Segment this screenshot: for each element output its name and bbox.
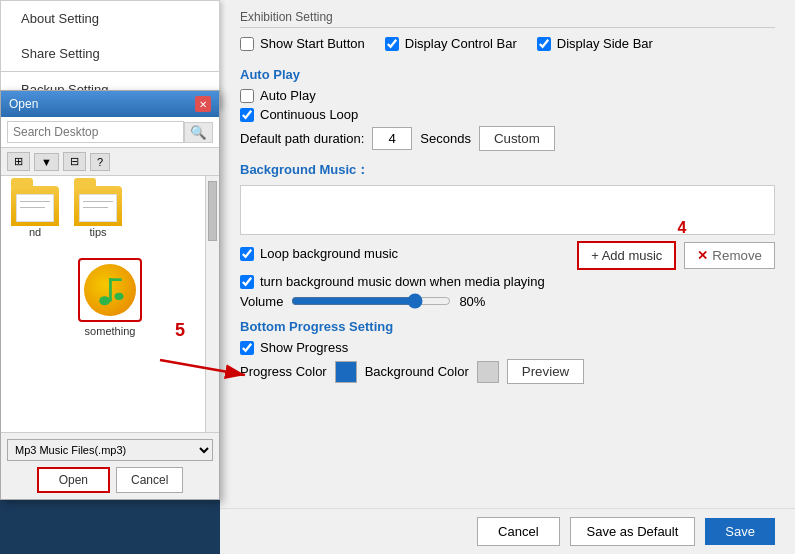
show-progress-label: Show Progress (260, 340, 348, 355)
save-as-default-button[interactable]: Save as Default (570, 517, 696, 546)
folder-label: nd (29, 226, 41, 238)
svg-rect-3 (109, 278, 122, 281)
dialog-title: Open (9, 97, 38, 111)
list-item[interactable]: nd (11, 186, 59, 238)
menu-item-share[interactable]: Share Setting (1, 36, 219, 71)
display-side-bar-label: Display Side Bar (557, 36, 653, 51)
remove-x-icon: ✕ (697, 248, 708, 263)
duration-row: Default path duration: Seconds Custom (240, 126, 775, 151)
loop-bg-music-row: Loop background music (240, 246, 398, 261)
view-dropdown-button[interactable]: ▼ (34, 153, 59, 171)
music-icon (84, 264, 136, 316)
music-list-box[interactable] (240, 185, 775, 235)
loop-bg-music-label: Loop background music (260, 246, 398, 261)
bg-color-swatch[interactable] (477, 361, 499, 383)
duration-unit: Seconds (420, 131, 471, 146)
progress-color-label: Progress Color (240, 364, 327, 379)
show-progress-checkbox[interactable] (240, 341, 254, 355)
continuous-loop-row: Continuous Loop (240, 107, 775, 122)
duration-input[interactable] (372, 127, 412, 150)
autoplay-section: Auto Play Auto Play Continuous Loop Defa… (240, 67, 775, 151)
duration-label: Default path duration: (240, 131, 364, 146)
folder-paper (16, 194, 54, 222)
volume-slider[interactable] (291, 293, 451, 309)
bottom-progress-section: Bottom Progress Setting Show Progress Pr… (240, 319, 775, 384)
progress-section-header: Bottom Progress Setting (240, 319, 775, 334)
help-button[interactable]: ? (90, 153, 110, 171)
view-toggle-button[interactable]: ⊞ (7, 152, 30, 171)
progress-color-swatch[interactable] (335, 361, 357, 383)
continuous-loop-checkbox[interactable] (240, 108, 254, 122)
dialog-footer: Mp3 Music Files(.mp3) Open Cancel (1, 432, 219, 499)
menu-item-about[interactable]: About Setting (1, 1, 219, 36)
dialog-toolbar: ⊞ ▼ ⊟ ? (1, 148, 219, 176)
dialog-action-buttons: Open Cancel (7, 467, 213, 493)
save-button[interactable]: Save (705, 518, 775, 545)
display-control-bar-checkbox[interactable] (385, 37, 399, 51)
continuous-loop-label: Continuous Loop (260, 107, 358, 122)
file-type-select[interactable]: Mp3 Music Files(.mp3) (7, 439, 213, 461)
remove-button[interactable]: ✕ Remove (684, 242, 775, 269)
file-open-dialog: Open ✕ 🔍 ⊞ ▼ ⊟ ? nd (0, 90, 220, 500)
bg-color-label: Background Color (365, 364, 469, 379)
show-start-button-label: Show Start Button (260, 36, 365, 51)
turn-down-checkbox[interactable] (240, 275, 254, 289)
music-file-icon (78, 258, 142, 322)
search-button[interactable]: 🔍 (184, 122, 213, 143)
autoplay-checkbox[interactable] (240, 89, 254, 103)
folder-icon (11, 186, 59, 226)
folder-icon (74, 186, 122, 226)
preview-button[interactable]: Preview (507, 359, 584, 384)
step-4-badge: 4 (677, 219, 686, 237)
autoplay-label: Auto Play (260, 88, 316, 103)
scrollbar-thumb[interactable] (208, 181, 217, 241)
open-button[interactable]: Open (37, 467, 110, 493)
list-item[interactable]: tips (74, 186, 122, 238)
volume-label: Volume (240, 294, 283, 309)
list-item[interactable]: something (78, 258, 142, 337)
dialog-close-button[interactable]: ✕ (195, 96, 211, 112)
display-side-bar-row: Display Side Bar (537, 36, 653, 51)
show-start-button-row: Show Start Button (240, 36, 365, 51)
turn-down-row: turn background music down when media pl… (240, 274, 775, 289)
step-5-badge: 5 (175, 320, 185, 341)
svg-point-1 (115, 293, 124, 300)
cancel-button[interactable]: Cancel (477, 517, 559, 546)
svg-rect-2 (109, 278, 112, 301)
dialog-search-bar: 🔍 (1, 117, 219, 148)
svg-point-0 (99, 296, 110, 305)
display-side-bar-checkbox[interactable] (537, 37, 551, 51)
loop-bg-music-checkbox[interactable] (240, 247, 254, 261)
dialog-file-list: nd tips (1, 176, 219, 432)
add-music-button[interactable]: + Add music (577, 241, 676, 270)
remove-label: Remove (712, 248, 762, 263)
progress-color-row: Progress Color Background Color Preview (240, 359, 775, 384)
display-control-bar-label: Display Control Bar (405, 36, 517, 51)
folder-label: tips (89, 226, 106, 238)
show-start-button-checkbox[interactable] (240, 37, 254, 51)
action-bar: Cancel Save as Default Save (220, 508, 795, 554)
volume-display: 80% (459, 294, 485, 309)
settings-panel: Exhibition Setting Show Start Button Dis… (220, 0, 795, 554)
exhibition-section: Exhibition Setting Show Start Button Dis… (240, 10, 775, 55)
exhibition-section-title: Exhibition Setting (240, 10, 775, 28)
cancel-file-dialog-button[interactable]: Cancel (116, 467, 183, 493)
layout-button[interactable]: ⊟ (63, 152, 86, 171)
volume-row: Volume 80% (240, 293, 775, 309)
show-progress-row: Show Progress (240, 340, 775, 355)
display-control-bar-row: Display Control Bar (385, 36, 517, 51)
custom-button[interactable]: Custom (479, 126, 555, 151)
search-input[interactable] (7, 121, 184, 143)
turn-down-label: turn background music down when media pl… (260, 274, 545, 289)
music-controls-row: Loop background music 4 + Add music ✕ Re… (240, 241, 775, 270)
bg-music-header: Background Music： (240, 161, 775, 179)
music-file-label: something (85, 325, 136, 337)
autoplay-section-header: Auto Play (240, 67, 775, 82)
background-music-section: Background Music： Loop background music … (240, 161, 775, 309)
autoplay-row: Auto Play (240, 88, 775, 103)
music-note-svg (92, 272, 128, 308)
scrollbar-track[interactable] (205, 176, 219, 432)
dialog-title-bar: Open ✕ (1, 91, 219, 117)
folder-paper (79, 194, 117, 222)
